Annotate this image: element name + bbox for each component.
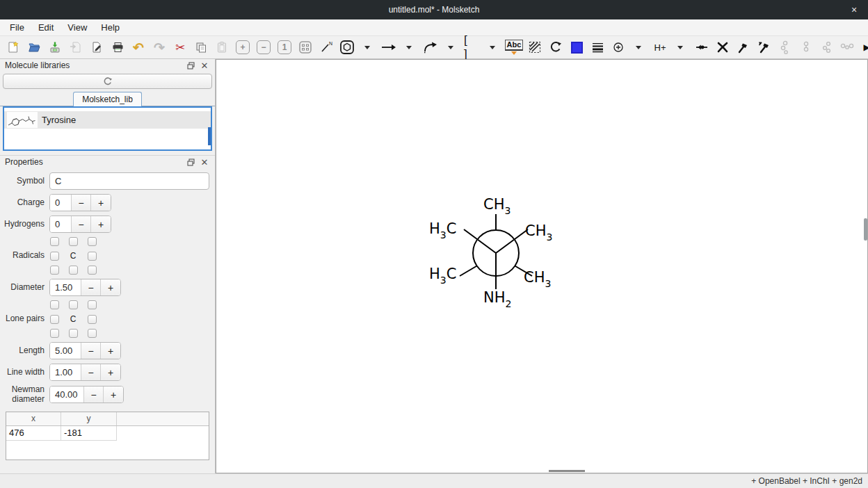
newman-projection-molecule[interactable]: CH3 H3C CH3 H3C CH3 NH2 <box>412 184 579 330</box>
properties-float-button[interactable] <box>185 157 196 167</box>
connect-tool-button[interactable] <box>693 38 710 56</box>
menu-help[interactable]: Help <box>94 19 127 36</box>
radical-checkbox[interactable] <box>50 252 59 261</box>
save-button[interactable] <box>47 38 63 56</box>
symbol-input[interactable]: C <box>49 172 209 190</box>
library-refresh-button[interactable] <box>3 74 212 89</box>
selection-tool-button[interactable] <box>527 38 543 56</box>
molecule-chain-2-button[interactable] <box>798 38 814 56</box>
length-plus-button[interactable]: + <box>101 343 120 359</box>
diameter-value[interactable]: 1.50 <box>50 279 81 295</box>
cell-y[interactable]: -181 <box>61 426 117 441</box>
new-document-button[interactable] <box>5 38 22 56</box>
radical-checkbox[interactable] <box>50 266 59 275</box>
zoom-in-button[interactable]: + <box>234 38 251 56</box>
tab-molsketch-lib[interactable]: Molsketch_lib <box>73 92 142 106</box>
lone-pair-checkbox[interactable] <box>88 329 97 338</box>
window-close-button[interactable]: × <box>847 0 861 19</box>
menu-file[interactable]: File <box>3 19 31 36</box>
radical-checkbox[interactable] <box>69 266 78 275</box>
charge-value[interactable]: 0 <box>50 195 72 211</box>
length-value[interactable]: 5.00 <box>50 343 81 359</box>
ring-tool-button[interactable] <box>339 38 355 56</box>
brackets-tool-button[interactable]: [ ] <box>464 38 481 56</box>
hydrogens-plus-button[interactable]: + <box>91 216 111 232</box>
lone-pair-checkbox[interactable] <box>50 300 59 309</box>
mechanism-arrow-tool-button[interactable] <box>422 38 439 56</box>
hydrogens-minus-button[interactable]: − <box>72 216 91 232</box>
hammer-tool-button[interactable] <box>735 38 752 56</box>
lone-pair-checkbox[interactable] <box>50 329 59 338</box>
length-minus-button[interactable]: − <box>81 343 101 359</box>
brackets-dropdown[interactable] <box>485 38 501 56</box>
menu-view[interactable]: View <box>61 19 94 36</box>
charge-dropdown[interactable] <box>631 38 648 56</box>
library-close-button[interactable]: ✕ <box>199 60 210 70</box>
copy-button[interactable] <box>193 38 209 56</box>
molecule-chain-3-button[interactable] <box>819 38 835 56</box>
diameter-plus-button[interactable]: + <box>101 279 120 295</box>
charge-plus-button[interactable]: + <box>91 195 111 211</box>
newman-diameter-minus-button[interactable]: − <box>84 387 104 402</box>
paste-button[interactable] <box>214 38 230 56</box>
import-button[interactable] <box>67 38 84 56</box>
hammer-arrow-tool-button[interactable] <box>756 38 773 56</box>
cut-button[interactable]: ✂ <box>172 38 188 56</box>
zoom-fit-button[interactable] <box>297 38 314 56</box>
lone-pair-checkbox[interactable] <box>50 315 59 324</box>
column-header-x[interactable]: x <box>6 412 61 425</box>
canvas-horizontal-scrollbar[interactable] <box>549 470 585 472</box>
diameter-minus-button[interactable]: − <box>81 279 101 295</box>
newman-diameter-value[interactable]: 40.00 <box>50 387 84 402</box>
draw-bond-tool-button[interactable]: N <box>318 38 335 56</box>
zoom-out-button[interactable]: − <box>255 38 272 56</box>
export-button[interactable] <box>88 38 105 56</box>
hydrogen-tool-button[interactable]: H+ <box>652 38 668 56</box>
reaction-arrow-dropdown[interactable] <box>401 38 418 56</box>
menu-edit[interactable]: Edit <box>31 19 61 36</box>
molecule-split-button[interactable] <box>839 38 856 56</box>
undo-button[interactable]: ↶ <box>130 38 147 56</box>
line-width-button[interactable] <box>589 38 606 56</box>
lone-pair-checkbox[interactable] <box>69 300 78 309</box>
hydrogens-value[interactable]: 0 <box>50 216 72 232</box>
radical-checkbox[interactable] <box>50 237 59 246</box>
reaction-arrow-tool-button[interactable] <box>380 38 397 56</box>
radical-checkbox[interactable] <box>88 252 97 261</box>
library-float-button[interactable] <box>185 60 196 70</box>
color-picker-button[interactable] <box>568 38 585 56</box>
lone-pair-checkbox[interactable] <box>88 315 97 324</box>
zoom-reset-button[interactable]: 1 <box>276 38 293 56</box>
list-item-tyrosine[interactable]: Tyrosine <box>4 111 211 129</box>
print-button[interactable] <box>109 38 126 56</box>
radical-checkbox[interactable] <box>69 237 78 246</box>
ring-tool-dropdown[interactable] <box>360 38 376 56</box>
radical-checkbox[interactable] <box>88 266 97 275</box>
close-icon: ✕ <box>201 60 209 71</box>
column-header-y[interactable]: y <box>61 412 117 425</box>
delete-tool-button[interactable] <box>714 38 731 56</box>
charge-minus-button[interactable]: − <box>72 195 91 211</box>
redo-button[interactable]: ↷ <box>151 38 168 56</box>
text-tool-button[interactable]: Abc <box>506 38 522 56</box>
molecule-chain-1-button[interactable] <box>777 38 794 56</box>
line-width-value[interactable]: 1.00 <box>50 364 81 380</box>
newman-diameter-plus-button[interactable]: + <box>104 387 123 402</box>
canvas-vertical-scrollbar[interactable] <box>864 218 867 241</box>
lone-pair-checkbox[interactable] <box>88 300 97 309</box>
line-width-plus-button[interactable]: + <box>101 364 120 380</box>
hydrogen-dropdown[interactable] <box>673 38 689 56</box>
drawing-canvas[interactable]: CH3 H3C CH3 H3C CH3 NH2 <box>216 59 868 473</box>
line-width-minus-button[interactable]: − <box>81 364 101 380</box>
library-list[interactable]: Tyrosine <box>3 106 212 151</box>
properties-close-button[interactable]: ✕ <box>199 157 210 167</box>
open-file-button[interactable] <box>26 38 42 56</box>
library-scrollbar[interactable] <box>208 127 211 145</box>
toolbar-extension-button[interactable]: ▶ <box>858 38 868 56</box>
mechanism-arrow-dropdown[interactable] <box>443 38 460 56</box>
rotate-tool-button[interactable] <box>547 38 564 56</box>
lone-pair-checkbox[interactable] <box>69 329 78 338</box>
cell-x[interactable]: 476 <box>6 426 61 441</box>
radical-checkbox[interactable] <box>88 237 97 246</box>
charge-tool-button[interactable] <box>610 38 627 56</box>
